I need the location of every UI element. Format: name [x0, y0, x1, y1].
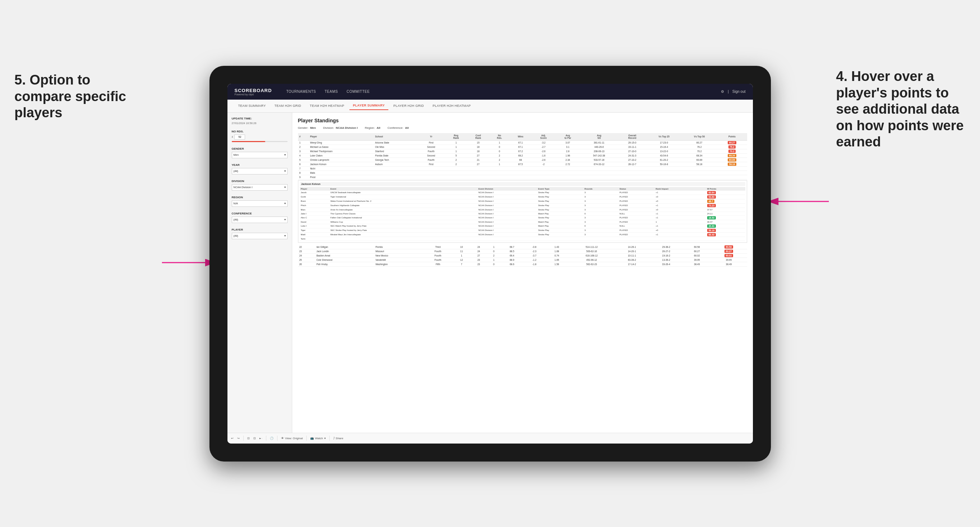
cell-avg-sg: 514-111-12	[568, 245, 615, 249]
table-row: 4 Luke Claton Florida State Second 5 27 …	[298, 153, 747, 157]
subnav-player-summary[interactable]: PLAYER SUMMARY	[350, 102, 389, 110]
cell-wins: 69.4	[500, 253, 523, 257]
filter-division-label: Division:	[323, 126, 334, 130]
popup-cell-rounds: 0	[583, 224, 618, 228]
cell-points[interactable]: 68.34	[717, 153, 747, 157]
cell-no-rds	[489, 166, 510, 170]
sign-out-button[interactable]: Sign out	[732, 90, 746, 94]
watch-button[interactable]: 📺 Watch ▾	[310, 437, 325, 440]
cell-conf-rank: 15	[467, 140, 489, 144]
region-select[interactable]: N/A ▾	[232, 200, 288, 207]
cell-no-rds: 1	[489, 162, 510, 166]
cell-points[interactable]: 58.18	[717, 162, 747, 166]
popup-header: Jackson Koivun	[300, 182, 745, 186]
slider-track[interactable]	[232, 141, 288, 142]
cell-no-rds: 2	[487, 253, 500, 257]
paste-button[interactable]: ⊡	[253, 437, 256, 440]
settings-icon[interactable]: ⚙	[721, 90, 724, 94]
undo-button[interactable]: ↩	[231, 437, 234, 440]
cell-school: Vanderbilt	[374, 257, 423, 262]
nav-tournaments[interactable]: TOURNAMENTS	[283, 88, 320, 95]
range-max-box[interactable]: 52	[234, 135, 245, 140]
redo-button[interactable]: ↪	[237, 437, 240, 440]
popup-cell-div: NCAA Division I	[477, 224, 537, 228]
cell-points[interactable]: 38.49	[710, 262, 747, 266]
cell-vs25: 43-54-6	[646, 153, 682, 157]
cell-overall: 28-12-7	[618, 162, 646, 166]
division-select[interactable]: NCAA Division I ▾	[232, 184, 288, 190]
cell-points[interactable]	[717, 166, 747, 170]
popup-cell-points[interactable]: 53.60	[706, 195, 745, 199]
subnav-player-h2h-grid[interactable]: PLAYER H2H GRID	[390, 102, 428, 110]
table-row: 5 Christo Lamprecht Georgia Tech Fourth …	[298, 157, 747, 162]
popup-cell-player: Luke I	[300, 224, 329, 228]
cell-points[interactable]: 76.2	[717, 144, 747, 149]
cell-points[interactable]: 39.95	[710, 257, 747, 262]
nav-teams[interactable]: TEAMS	[321, 88, 342, 95]
popup-cell-rounds: 3	[583, 216, 618, 220]
clock-button[interactable]: 🕐	[270, 437, 274, 440]
popup-cell-points[interactable]: 56.18	[706, 228, 745, 232]
subnav-team-h2h-heatmap[interactable]: TEAM H2H HEATMAP	[306, 102, 348, 110]
cell-wins: 87.5	[510, 162, 531, 166]
player-select[interactable]: (All) ▾	[232, 233, 288, 239]
cell-points[interactable]: 80.27	[717, 140, 747, 144]
popup-cell-points[interactable]: 24.11	[706, 211, 745, 216]
popup-row: Tiger SEC Stroke Play hosted by Jerry Pa…	[300, 228, 745, 232]
cell-points[interactable]: 60.58	[710, 245, 747, 249]
sidebar: Update time: 27/01/2024 16:56:26 No Rds.…	[228, 113, 292, 433]
conference-select[interactable]: (All) ▾	[232, 217, 288, 223]
popup-row: Mattl Mirabel Maui Jim Intercollegiate N…	[300, 232, 745, 237]
gender-select[interactable]: Men ▾	[232, 152, 288, 158]
copy-button[interactable]: ⊡	[247, 437, 250, 440]
cell-vs50: 60.27	[683, 249, 711, 253]
popup-cell-points[interactable]	[706, 237, 745, 241]
share-button[interactable]: ⤴ Share	[333, 437, 343, 440]
cell-vs25	[646, 166, 682, 170]
col-rank: #	[298, 133, 309, 141]
toolbar-sep-5	[329, 436, 330, 441]
cell-adj-score: -1.6	[531, 153, 556, 157]
popup-cell-points[interactable]: 66.40	[706, 232, 745, 237]
popup-cell-points[interactable]: 60.64	[706, 190, 745, 195]
popup-cell-div: NCAA Division I	[477, 190, 537, 195]
cell-reg-rank	[445, 175, 467, 179]
popup-cell-type: Stroke Play	[537, 232, 583, 237]
cell-avg-sg: 452-96-12	[568, 257, 615, 262]
subnav-team-h2h-grid[interactable]: TEAM H2H GRID	[270, 102, 304, 110]
range-max-value: 52	[239, 136, 242, 138]
cell-conf-rank	[467, 170, 489, 175]
subnav-player-h2h-heatmap[interactable]: PLAYER H2H HEATMAP	[429, 102, 474, 110]
cell-points[interactable]: 70.2	[717, 149, 747, 153]
cell-points[interactable]: 60.27	[710, 249, 747, 253]
cell-overall: 10-11-1	[615, 253, 649, 257]
popup-row: Breni Wake Forest Invitational at Pinehu…	[300, 199, 745, 203]
gender-value: Men	[234, 153, 239, 157]
cell-points[interactable]	[717, 175, 747, 179]
popup-cell-points[interactable]: 30.47	[706, 220, 745, 224]
cell-points[interactable]: 60.89	[717, 157, 747, 162]
col-overall: OverallRecord	[618, 133, 646, 141]
year-select[interactable]: (All) ▾	[232, 168, 288, 175]
cell-avg-par: 1.43	[545, 245, 569, 249]
options-button[interactable]: ▸ ·	[259, 437, 262, 440]
popup-cell-event: Amer An Intercollegiate	[329, 208, 477, 211]
popup-cell-points[interactable]: 73.23	[706, 203, 745, 208]
cell-rank: 9	[298, 175, 309, 179]
subnav-team-summary[interactable]: TEAM SUMMARY	[235, 102, 270, 110]
cell-points[interactable]: 60.02	[710, 253, 747, 257]
cell-avg-par: 2.34	[556, 157, 580, 162]
table-row: 6 Jackson Koivun Auburn First 2 27 1 87.…	[298, 162, 747, 166]
popup-cell-rounds	[583, 237, 618, 241]
view-original-button[interactable]: 👁 View: Original	[281, 437, 303, 440]
popup-cell-type: Stroke Play	[537, 199, 583, 203]
popup-cell-points[interactable]: 35.90	[706, 224, 745, 228]
cell-overall: 17-14-2	[615, 262, 649, 266]
popup-cell-points[interactable]: 46.7	[706, 199, 745, 203]
chevron-down-icon: ▾	[284, 153, 286, 157]
popup-cell-points[interactable]: 16.50	[706, 216, 745, 220]
cell-name: Petr Hruby	[315, 262, 374, 266]
nav-committee[interactable]: COMMITTEE	[343, 88, 374, 95]
cell-points[interactable]	[717, 170, 747, 175]
popup-cell-points[interactable]: 37.57	[706, 208, 745, 211]
